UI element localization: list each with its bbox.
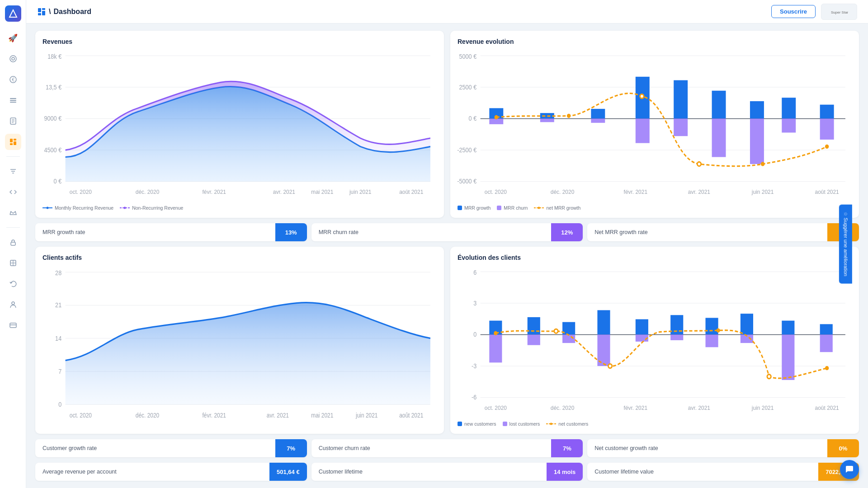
svg-rect-75 [750,119,764,164]
chat-icon [845,465,854,474]
svg-rect-71 [674,119,688,136]
legend-net-mrr-growth: net MRR growth [534,205,580,211]
sidebar-item-user[interactable] [5,296,21,313]
svg-text:oct. 2020: oct. 2020 [485,405,507,412]
sidebar-item-history[interactable] [5,51,21,67]
customer-lifetime-metric: Customer lifetime 14 mois [311,463,583,481]
svg-text:déc. 2020: déc. 2020 [136,412,159,419]
mrr-growth-rate-metric: MRR growth rate 13% [35,223,307,241]
svg-text:mai 2021: mai 2021 [311,189,333,196]
legend-nrr: Non-Recurring Revenue [120,205,183,211]
mrr-growth-rate-value: 13% [275,223,307,241]
svg-rect-124 [528,335,540,345]
svg-point-80 [495,115,498,119]
svg-text:18k €: 18k € [47,53,62,60]
svg-point-51 [124,207,126,209]
evolution-clients-chart-title: Évolution des clients [458,254,852,261]
svg-text:oct. 2020: oct. 2020 [70,189,92,196]
svg-point-154 [550,423,552,425]
sidebar-item-crown[interactable] [5,205,21,221]
legend-new-customers: new customers [458,421,496,427]
svg-rect-76 [782,98,796,118]
metrics-row-3: Average revenue per account 501,64 € Cus… [35,463,859,481]
svg-rect-74 [750,101,764,119]
app-logo [5,5,21,22]
svg-rect-13 [14,139,16,141]
customer-churn-rate-label: Customer churn rate [311,445,552,451]
svg-text:avr. 2021: avr. 2021 [273,189,295,196]
clients-actifs-chart-area: 28 21 14 7 0 oct. 2020 d [42,265,437,427]
sidebar-item-lock[interactable] [5,234,21,250]
svg-rect-77 [782,119,796,133]
svg-text:2500 €: 2500 € [459,84,477,91]
svg-rect-134 [706,335,718,347]
svg-text:oct. 2020: oct. 2020 [70,412,92,419]
svg-rect-73 [712,119,726,157]
customer-churn-rate-value: 7% [551,439,583,457]
svg-rect-12 [10,139,13,142]
svg-rect-127 [597,310,610,334]
dashboard-content: Revenues 18k € 13,5 € 9000 € 4500 € 0 € [26,23,868,488]
mrr-growth-rate-label: MRR growth rate [35,229,275,235]
sidebar-item-filter[interactable] [5,163,21,179]
revenues-legend: Monthly Recurring Revenue Non-Recurring … [42,205,437,211]
svg-rect-14 [10,143,13,145]
svg-rect-137 [782,321,794,335]
svg-point-142 [554,329,558,333]
svg-rect-19 [11,242,15,245]
svg-rect-78 [820,105,834,119]
user-avatar[interactable]: Super Startup [821,4,857,20]
svg-text:avr. 2021: avr. 2021 [688,189,710,196]
revenue-evolution-chart-area: 5000 € 2500 € 0 € -2500 € -5000 € [458,49,852,202]
svg-text:Super Startup: Super Startup [831,10,848,14]
chat-bubble[interactable] [840,460,859,479]
svg-point-2 [12,57,14,60]
customer-lifetime-value-label: Customer lifetime value [587,469,818,475]
legend-mrr-churn: MRR churn [497,205,528,211]
mrr-churn-rate-value: 12% [551,223,583,241]
svg-rect-27 [42,8,45,10]
svg-rect-139 [820,324,833,334]
svg-text:août 2021: août 2021 [399,189,423,196]
revenues-chart-title: Revenues [42,38,437,45]
revenues-chart-area: 18k € 13,5 € 9000 € 4500 € 0 € [42,49,437,202]
net-mrr-growth-rate-label: Net MRR growth rate [587,229,827,235]
svg-rect-26 [38,8,41,12]
main-content: \ Dashboard Souscrire Super Startup Reve… [26,0,868,488]
svg-text:avr. 2021: avr. 2021 [688,405,710,412]
mrr-churn-rate-metric: MRR churn rate 12% [311,223,583,241]
sidebar-item-rocket[interactable]: 🚀 [5,30,21,46]
suggestion-tab-label: Suggérer une amélioration [843,218,849,277]
svg-point-144 [716,328,720,333]
header: \ Dashboard Souscrire Super Startup [26,0,868,23]
sidebar-item-box[interactable] [5,255,21,271]
sidebar-item-code[interactable] [5,184,21,200]
metrics-row-1: MRR growth rate 13% MRR churn rate 12% N… [35,223,859,241]
sidebar-item-card[interactable] [5,317,21,333]
sidebar-item-list[interactable] [5,92,21,108]
svg-rect-69 [636,119,650,143]
svg-text:déc. 2020: déc. 2020 [551,189,574,196]
sidebar-item-dashboard[interactable] [5,134,21,150]
svg-text:21: 21 [55,302,61,309]
svg-point-93 [538,207,540,209]
revenue-evolution-legend: MRR growth MRR churn net MRR growth [458,205,852,211]
svg-text:févr. 2021: févr. 2021 [624,189,647,196]
avg-revenue-per-account-label: Average revenue per account [35,469,269,475]
svg-rect-133 [706,318,718,334]
metrics-row-2: Customer growth rate 7% Customer churn r… [35,439,859,457]
svg-rect-7 [10,102,16,103]
avg-revenue-per-account-value: 501,64 € [269,463,307,481]
svg-rect-70 [674,80,688,119]
bottom-charts-row: Clients actifs 28 21 14 7 0 [35,247,859,434]
subscribe-button[interactable]: Souscrire [771,5,816,18]
suggestion-tab[interactable]: ☆ Suggérer une amélioration [839,205,852,284]
svg-text:6: 6 [473,269,476,276]
header-title-area: \ Dashboard [37,7,91,16]
svg-text:juin 2021: juin 2021 [355,412,377,419]
customer-lifetime-value-metric: Customer lifetime value 7022,96 € [587,463,859,481]
sidebar-item-billing[interactable]: € [5,71,21,88]
sidebar-item-undo[interactable] [5,276,21,292]
sidebar-item-document[interactable] [5,113,21,129]
breadcrumb-separator: \ [49,8,51,16]
